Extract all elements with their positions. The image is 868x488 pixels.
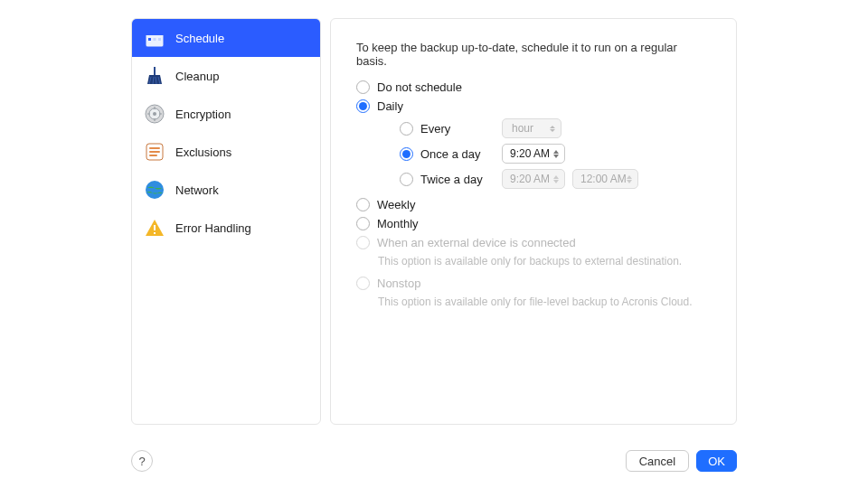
sidebar-item-label: Exclusions — [175, 145, 231, 159]
cancel-button[interactable]: Cancel — [626, 450, 689, 472]
vault-dial-icon — [143, 102, 166, 126]
help-icon: ? — [138, 455, 145, 468]
option-once-a-day[interactable]: Once a day 9:20 AM — [400, 144, 711, 164]
external-hint: This option is available only for backup… — [378, 255, 711, 267]
sidebar-item-network[interactable]: Network — [132, 171, 320, 209]
sidebar-item-exclusions[interactable]: Exclusions — [132, 133, 320, 171]
stepper-icon[interactable] — [553, 174, 562, 184]
radio-icon — [356, 217, 370, 230]
broom-icon — [143, 64, 166, 88]
button-label: Cancel — [639, 455, 675, 468]
radio-icon — [400, 122, 413, 136]
updown-icon — [550, 126, 555, 132]
option-label: Do not schedule — [377, 80, 462, 94]
sidebar-item-label: Network — [175, 183, 219, 197]
svg-rect-6 — [158, 38, 161, 41]
settings-sidebar: Schedule Cleanup Encrypti — [131, 18, 321, 425]
option-daily[interactable]: Daily — [356, 99, 711, 113]
ok-button[interactable]: OK — [696, 450, 737, 472]
svg-rect-3 — [158, 29, 160, 33]
svg-rect-12 — [149, 147, 160, 149]
svg-point-10 — [153, 112, 156, 116]
warning-icon — [143, 216, 166, 239]
svg-rect-7 — [154, 67, 156, 75]
svg-point-15 — [146, 181, 164, 199]
option-label: Daily — [377, 99, 403, 113]
option-twice-a-day[interactable]: Twice a day 9:20 AM 12:00 AM — [400, 169, 711, 189]
button-label: OK — [708, 455, 725, 468]
sidebar-item-error-handling[interactable]: Error Handling — [132, 209, 320, 247]
option-weekly[interactable]: Weekly — [356, 198, 711, 211]
dialog-footer: ? Cancel OK — [131, 450, 737, 472]
option-monthly[interactable]: Monthly — [356, 217, 711, 230]
calendar-icon — [143, 26, 166, 50]
daily-subgroup: Every hour Once a day 9:20 AM Twice a da… — [378, 118, 711, 189]
stepper-icon[interactable] — [553, 149, 562, 159]
radio-icon — [400, 173, 413, 186]
option-label: Nonstop — [377, 277, 420, 290]
option-external-device: When an external device is connected — [356, 236, 711, 249]
svg-rect-4 — [148, 38, 151, 41]
time-value: 12:00 AM — [580, 173, 627, 185]
svg-rect-17 — [154, 232, 156, 234]
svg-rect-1 — [146, 31, 164, 35]
sidebar-item-label: Error Handling — [175, 221, 251, 235]
help-button[interactable]: ? — [131, 450, 153, 472]
radio-icon — [356, 277, 370, 290]
twice-time1-input[interactable]: 9:20 AM — [502, 169, 565, 189]
svg-rect-5 — [154, 38, 156, 41]
nonstop-hint: This option is available only for file-l… — [378, 296, 711, 308]
option-every[interactable]: Every hour — [400, 118, 711, 138]
select-value: hour — [512, 122, 533, 135]
sidebar-item-label: Encryption — [175, 108, 231, 121]
sidebar-item-encryption[interactable]: Encryption — [132, 95, 320, 133]
schedule-intro: To keep the backup up-to-date, schedule … — [356, 41, 711, 68]
option-label: Weekly — [377, 198, 415, 211]
list-icon — [143, 140, 166, 164]
sidebar-item-label: Schedule — [175, 32, 224, 45]
option-label: Every — [420, 122, 495, 136]
option-do-not-schedule[interactable]: Do not schedule — [356, 80, 711, 94]
option-label: Once a day — [420, 147, 495, 161]
radio-icon — [356, 198, 370, 211]
option-label: Twice a day — [420, 173, 495, 186]
option-nonstop: Nonstop — [356, 277, 711, 290]
stepper-icon[interactable] — [627, 174, 636, 184]
svg-rect-16 — [154, 225, 156, 230]
time-value: 9:20 AM — [510, 147, 553, 160]
once-time-input[interactable]: 9:20 AM — [502, 144, 565, 164]
sidebar-item-schedule[interactable]: Schedule — [132, 19, 320, 57]
schedule-panel: To keep the backup up-to-date, schedule … — [330, 18, 737, 425]
radio-icon — [356, 80, 370, 94]
svg-rect-2 — [149, 29, 151, 33]
svg-rect-13 — [149, 151, 160, 153]
radio-icon — [356, 236, 370, 249]
sidebar-item-cleanup[interactable]: Cleanup — [132, 57, 320, 95]
globe-icon — [143, 178, 166, 202]
time-value: 9:20 AM — [510, 173, 553, 185]
radio-icon — [356, 99, 370, 113]
radio-icon — [400, 147, 413, 161]
sidebar-item-label: Cleanup — [175, 70, 219, 83]
svg-rect-14 — [149, 155, 157, 156]
option-label: Monthly — [377, 217, 419, 230]
twice-time2-input[interactable]: 12:00 AM — [572, 169, 638, 189]
option-label: When an external device is connected — [377, 236, 576, 249]
every-unit-select[interactable]: hour — [502, 118, 561, 138]
